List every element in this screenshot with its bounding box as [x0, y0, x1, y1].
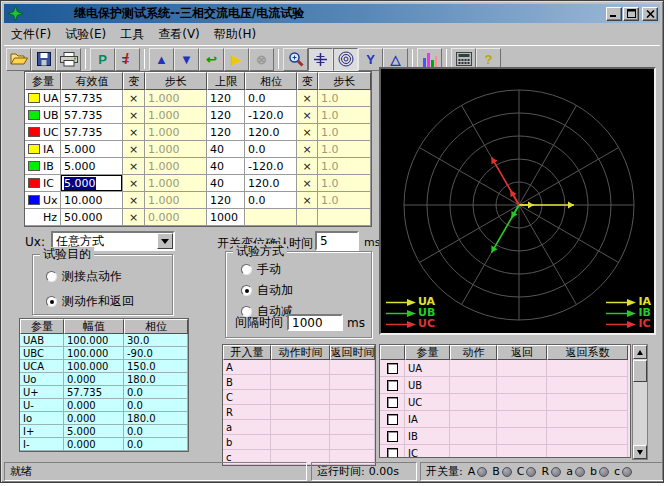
result-scrollbar[interactable] [632, 344, 648, 460]
param-limit-UA[interactable]: 120 [207, 90, 245, 107]
param-step2-Ux[interactable]: 1.0 [318, 192, 371, 209]
param-value-IB[interactable]: 5.000 [61, 158, 123, 175]
param-var2-IA[interactable]: × [297, 141, 318, 158]
param-value-UC[interactable]: 57.735 [61, 124, 123, 141]
param-step2-UB[interactable]: 1.0 [318, 107, 371, 124]
checkbox-IA[interactable] [387, 414, 398, 425]
param-var1-UB[interactable]: × [123, 107, 145, 124]
param-phase-IA[interactable]: 0.0 [245, 141, 297, 158]
param-limit-IB[interactable]: 40 [207, 158, 245, 175]
mode-option-1[interactable]: 自动加 [241, 282, 293, 299]
checkbox-IC[interactable] [387, 448, 398, 459]
param-var1-IA[interactable]: × [123, 141, 145, 158]
start-button[interactable]: ▶ [224, 48, 249, 71]
radio-checked-icon[interactable] [241, 285, 252, 296]
radio-label: 自动加 [257, 282, 293, 299]
save-button[interactable] [31, 48, 56, 71]
param-step1-UC[interactable]: 1.000 [145, 124, 207, 141]
param-step2-IA[interactable]: 1.0 [318, 141, 371, 158]
param-value-Hz[interactable]: 50.000 [61, 209, 123, 226]
param-limit-Ux[interactable]: 120 [207, 192, 245, 209]
param-var1-UC[interactable]: × [123, 124, 145, 141]
param-phase-Ux[interactable]: 0.0 [245, 192, 297, 209]
undo-button[interactable]: ↩ [199, 48, 224, 71]
param-var2-Hz[interactable] [297, 209, 318, 226]
param-var2-IC[interactable]: × [297, 175, 318, 192]
radio-checked-icon[interactable] [46, 296, 57, 307]
p-mode-button[interactable]: P [90, 48, 115, 71]
param-var2-IB[interactable]: × [297, 158, 318, 175]
param-phase-IB[interactable]: -120.0 [245, 158, 297, 175]
minimize-button[interactable] [606, 7, 622, 21]
value-edit-field[interactable]: 5.000 [61, 175, 122, 191]
param-phase-Hz[interactable] [245, 209, 297, 226]
param-var1-Ux[interactable]: × [123, 192, 145, 209]
param-var2-UA[interactable]: × [297, 90, 318, 107]
radio-unchecked-icon[interactable] [241, 264, 252, 275]
radio-unchecked-icon[interactable] [46, 271, 57, 282]
scroll-thumb[interactable] [633, 360, 647, 382]
param-step1-Hz[interactable]: 0.000 [145, 209, 207, 226]
param-phase-UC[interactable]: 120.0 [245, 124, 297, 141]
param-value-IC[interactable]: 5.000 [61, 175, 123, 192]
param-step2-Hz[interactable] [318, 209, 371, 226]
param-step2-IC[interactable]: 1.0 [318, 175, 371, 192]
step-down-button[interactable]: ▼ [174, 48, 199, 71]
maximize-button[interactable] [623, 7, 639, 21]
menu-item-view[interactable]: 查看(V) [151, 24, 207, 45]
interval-input[interactable]: 1000 [287, 314, 343, 331]
checkbox-IB[interactable] [387, 431, 398, 442]
menu-item-test[interactable]: 试验(E) [58, 24, 113, 45]
param-step2-UC[interactable]: 1.0 [318, 124, 371, 141]
phasor-toggle-button[interactable]: =/ [115, 48, 140, 71]
menu-item-tools[interactable]: 工具 [113, 24, 151, 45]
param-value-Ux[interactable]: 10.000 [61, 192, 123, 209]
mode-option-0[interactable]: 手动 [241, 261, 293, 278]
purpose-option-0[interactable]: 测接点动作 [46, 268, 134, 285]
param-step1-Ux[interactable]: 1.000 [145, 192, 207, 209]
confirm-time-input[interactable]: 5 [315, 231, 359, 251]
zoom-button[interactable] [283, 48, 308, 71]
stop-button[interactable]: ⊗ [249, 48, 274, 71]
param-limit-IA[interactable]: 40 [207, 141, 245, 158]
checkbox-UA[interactable] [387, 363, 398, 374]
polar-view-button[interactable] [333, 48, 358, 71]
param-var2-UB[interactable]: × [297, 107, 318, 124]
param-step2-IB[interactable]: 1.0 [318, 158, 371, 175]
print-button[interactable] [56, 48, 81, 71]
param-step1-IA[interactable]: 1.000 [145, 141, 207, 158]
param-step1-IC[interactable]: 1.000 [145, 175, 207, 192]
param-var2-UC[interactable]: × [297, 124, 318, 141]
param-phase-IC[interactable]: 120.0 [245, 175, 297, 192]
param-step1-IB[interactable]: 1.000 [145, 158, 207, 175]
param-limit-Hz[interactable]: 1000 [207, 209, 245, 226]
param-limit-IC[interactable]: 40 [207, 175, 245, 192]
param-limit-UC[interactable]: 120 [207, 124, 245, 141]
param-step2-UA[interactable]: 1.0 [318, 90, 371, 107]
checkbox-UC[interactable] [387, 397, 398, 408]
param-step1-UB[interactable]: 1.000 [145, 107, 207, 124]
scroll-down-button[interactable] [633, 445, 647, 459]
menu-item-file[interactable]: 文件(F) [4, 24, 58, 45]
axes-view-button[interactable] [308, 48, 333, 71]
checkbox-UB[interactable] [387, 380, 398, 391]
param-var1-UA[interactable]: × [123, 90, 145, 107]
param-var1-Hz[interactable]: × [123, 209, 145, 226]
scroll-up-button[interactable] [633, 345, 647, 359]
param-step1-UA[interactable]: 1.000 [145, 90, 207, 107]
param-value-UA[interactable]: 57.735 [61, 90, 123, 107]
param-value-IA[interactable]: 5.000 [61, 141, 123, 158]
param-limit-UB[interactable]: 120 [207, 107, 245, 124]
param-var1-IC[interactable]: × [123, 175, 145, 192]
param-phase-UB[interactable]: -120.0 [245, 107, 297, 124]
param-phase-UA[interactable]: 0.0 [245, 90, 297, 107]
param-var2-Ux[interactable]: × [297, 192, 318, 209]
param-value-UB[interactable]: 57.735 [61, 107, 123, 124]
step-up-button[interactable]: ▲ [149, 48, 174, 71]
open-button[interactable] [6, 48, 31, 71]
purpose-option-1[interactable]: 测动作和返回 [46, 293, 134, 310]
param-var1-IB[interactable]: × [123, 158, 145, 175]
menu-item-help[interactable]: 帮助(H) [207, 24, 263, 45]
dropdown-arrow-button[interactable] [157, 233, 173, 249]
close-button[interactable] [642, 7, 658, 21]
